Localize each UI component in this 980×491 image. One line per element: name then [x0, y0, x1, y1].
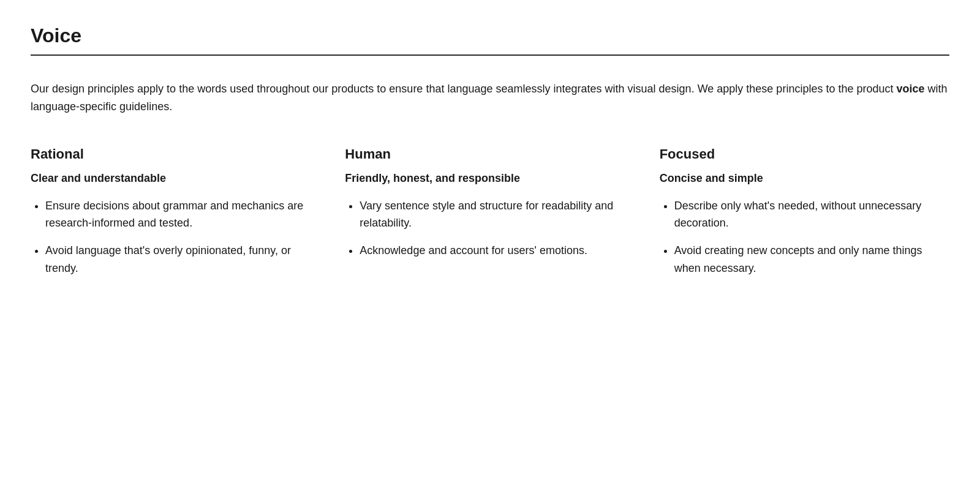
column-subtitle-rational: Clear and understandable	[31, 172, 320, 185]
bullet-item-human-0: Vary sentence style and structure for re…	[360, 197, 635, 233]
intro-bold-word: voice	[896, 83, 924, 95]
column-subtitle-focused: Concise and simple	[660, 172, 949, 185]
column-focused: FocusedConcise and simpleDescribe only w…	[660, 146, 949, 277]
bullet-list-focused: Describe only what's needed, without unn…	[660, 197, 949, 277]
column-rational: RationalClear and understandableEnsure d…	[31, 146, 320, 277]
intro-paragraph: Our design principles apply to the words…	[31, 80, 949, 116]
column-title-focused: Focused	[660, 146, 949, 162]
page-title: Voice	[31, 24, 949, 47]
intro-text-before-bold: Our design principles apply to the words…	[31, 83, 896, 95]
bullet-list-rational: Ensure decisions about grammar and mecha…	[31, 197, 320, 277]
voice-columns: RationalClear and understandableEnsure d…	[31, 146, 949, 277]
column-title-human: Human	[345, 146, 635, 162]
bullet-item-focused-0: Describe only what's needed, without unn…	[674, 197, 949, 233]
bullet-item-human-1: Acknowledge and account for users' emoti…	[360, 242, 635, 260]
column-subtitle-human: Friendly, honest, and responsible	[345, 172, 635, 185]
bullet-list-human: Vary sentence style and structure for re…	[345, 197, 635, 260]
bullet-item-rational-1: Avoid language that's overly opinionated…	[45, 242, 320, 277]
column-title-rational: Rational	[31, 146, 320, 162]
bullet-item-focused-1: Avoid creating new concepts and only nam…	[674, 242, 949, 277]
bullet-item-rational-0: Ensure decisions about grammar and mecha…	[45, 197, 320, 233]
column-human: HumanFriendly, honest, and responsibleVa…	[345, 146, 635, 277]
title-divider	[31, 54, 949, 56]
